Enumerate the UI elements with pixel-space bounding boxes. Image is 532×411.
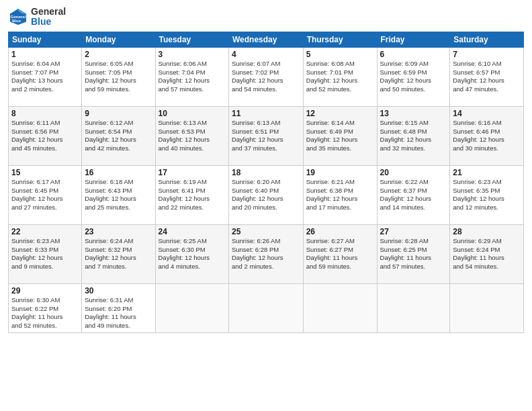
calendar-cell: 17Sunrise: 6:19 AM Sunset: 6:41 PM Dayli… <box>155 165 228 224</box>
calendar-cell: 20Sunrise: 6:22 AM Sunset: 6:37 PM Dayli… <box>377 165 450 224</box>
calendar-cell <box>303 283 377 332</box>
day-info: Sunrise: 6:14 AM Sunset: 6:49 PM Dayligh… <box>306 119 374 153</box>
day-info: Sunrise: 6:12 AM Sunset: 6:54 PM Dayligh… <box>85 119 152 153</box>
day-info: Sunrise: 6:08 AM Sunset: 7:01 PM Dayligh… <box>306 60 374 94</box>
logo-text-general: General <box>31 7 66 17</box>
calendar-cell <box>228 283 303 332</box>
calendar-header-row: Sunday Monday Tuesday Wednesday Thursday… <box>9 32 524 47</box>
day-info: Sunrise: 6:21 AM Sunset: 6:38 PM Dayligh… <box>306 178 374 212</box>
day-number: 9 <box>85 109 152 118</box>
day-info: Sunrise: 6:11 AM Sunset: 6:56 PM Dayligh… <box>11 119 79 153</box>
day-number: 2 <box>85 50 152 59</box>
calendar-cell: 23Sunrise: 6:24 AM Sunset: 6:32 PM Dayli… <box>82 224 155 283</box>
page: General Blue General Blue Sunday Monday … <box>0 0 532 411</box>
col-saturday: Saturday <box>450 32 524 47</box>
col-tuesday: Tuesday <box>155 32 228 47</box>
day-info: Sunrise: 6:19 AM Sunset: 6:41 PM Dayligh… <box>159 178 226 212</box>
day-info: Sunrise: 6:13 AM Sunset: 6:53 PM Dayligh… <box>159 119 226 153</box>
calendar-cell: 9Sunrise: 6:12 AM Sunset: 6:54 PM Daylig… <box>82 106 155 165</box>
calendar-cell: 30Sunrise: 6:31 AM Sunset: 6:20 PM Dayli… <box>82 283 155 332</box>
day-number: 25 <box>232 227 300 236</box>
calendar-cell: 13Sunrise: 6:15 AM Sunset: 6:48 PM Dayli… <box>377 106 450 165</box>
day-info: Sunrise: 6:23 AM Sunset: 6:33 PM Dayligh… <box>11 237 79 271</box>
day-info: Sunrise: 6:24 AM Sunset: 6:32 PM Dayligh… <box>85 237 152 271</box>
logo: General Blue General Blue <box>8 7 66 28</box>
day-info: Sunrise: 6:22 AM Sunset: 6:37 PM Dayligh… <box>380 178 447 212</box>
calendar-cell: 24Sunrise: 6:25 AM Sunset: 6:30 PM Dayli… <box>155 224 228 283</box>
day-info: Sunrise: 6:05 AM Sunset: 7:05 PM Dayligh… <box>85 60 152 94</box>
day-number: 3 <box>159 50 226 59</box>
day-number: 18 <box>232 168 300 177</box>
calendar-cell: 22Sunrise: 6:23 AM Sunset: 6:33 PM Dayli… <box>9 224 82 283</box>
day-number: 11 <box>232 109 300 118</box>
day-info: Sunrise: 6:29 AM Sunset: 6:24 PM Dayligh… <box>453 237 521 271</box>
col-monday: Monday <box>82 32 155 47</box>
calendar-table: Sunday Monday Tuesday Wednesday Thursday… <box>8 32 524 333</box>
day-number: 21 <box>453 168 521 177</box>
day-number: 27 <box>380 227 447 236</box>
col-sunday: Sunday <box>9 32 82 47</box>
day-number: 29 <box>11 286 79 295</box>
day-info: Sunrise: 6:26 AM Sunset: 6:28 PM Dayligh… <box>232 237 300 271</box>
day-info: Sunrise: 6:20 AM Sunset: 6:40 PM Dayligh… <box>232 178 300 212</box>
calendar-cell: 19Sunrise: 6:21 AM Sunset: 6:38 PM Dayli… <box>303 165 377 224</box>
day-info: Sunrise: 6:07 AM Sunset: 7:02 PM Dayligh… <box>232 60 300 94</box>
day-info: Sunrise: 6:31 AM Sunset: 6:20 PM Dayligh… <box>85 296 152 330</box>
day-number: 23 <box>85 227 152 236</box>
calendar-cell: 5Sunrise: 6:08 AM Sunset: 7:01 PM Daylig… <box>303 47 377 106</box>
day-number: 14 <box>453 109 521 118</box>
calendar-cell: 8Sunrise: 6:11 AM Sunset: 6:56 PM Daylig… <box>9 106 82 165</box>
calendar-cell: 7Sunrise: 6:10 AM Sunset: 6:57 PM Daylig… <box>450 47 524 106</box>
day-info: Sunrise: 6:30 AM Sunset: 6:22 PM Dayligh… <box>11 296 79 330</box>
calendar-cell: 11Sunrise: 6:13 AM Sunset: 6:51 PM Dayli… <box>228 106 303 165</box>
calendar-cell: 2Sunrise: 6:05 AM Sunset: 7:05 PM Daylig… <box>82 47 155 106</box>
day-number: 5 <box>306 50 374 59</box>
calendar-cell: 12Sunrise: 6:14 AM Sunset: 6:49 PM Dayli… <box>303 106 377 165</box>
day-number: 17 <box>159 168 226 177</box>
col-thursday: Thursday <box>303 32 377 47</box>
day-number: 6 <box>380 50 447 59</box>
calendar-cell: 16Sunrise: 6:18 AM Sunset: 6:43 PM Dayli… <box>82 165 155 224</box>
day-number: 22 <box>11 227 79 236</box>
day-number: 15 <box>11 168 79 177</box>
day-number: 24 <box>159 227 226 236</box>
calendar-cell: 26Sunrise: 6:27 AM Sunset: 6:27 PM Dayli… <box>303 224 377 283</box>
day-number: 20 <box>380 168 447 177</box>
svg-text:General: General <box>11 15 26 19</box>
calendar-cell: 28Sunrise: 6:29 AM Sunset: 6:24 PM Dayli… <box>450 224 524 283</box>
day-number: 19 <box>306 168 374 177</box>
day-info: Sunrise: 6:15 AM Sunset: 6:48 PM Dayligh… <box>380 119 447 153</box>
calendar-cell: 27Sunrise: 6:28 AM Sunset: 6:25 PM Dayli… <box>377 224 450 283</box>
day-number: 30 <box>85 286 152 295</box>
day-number: 1 <box>11 50 79 59</box>
day-number: 13 <box>380 109 447 118</box>
day-info: Sunrise: 6:23 AM Sunset: 6:35 PM Dayligh… <box>453 178 521 212</box>
day-info: Sunrise: 6:28 AM Sunset: 6:25 PM Dayligh… <box>380 237 447 271</box>
day-number: 7 <box>453 50 521 59</box>
calendar-cell: 4Sunrise: 6:07 AM Sunset: 7:02 PM Daylig… <box>228 47 303 106</box>
day-info: Sunrise: 6:18 AM Sunset: 6:43 PM Dayligh… <box>85 178 152 212</box>
logo-icon: General Blue <box>8 7 28 27</box>
day-number: 8 <box>11 109 79 118</box>
col-wednesday: Wednesday <box>228 32 303 47</box>
logo-text-blue: Blue <box>31 17 66 27</box>
day-info: Sunrise: 6:06 AM Sunset: 7:04 PM Dayligh… <box>159 60 226 94</box>
day-info: Sunrise: 6:10 AM Sunset: 6:57 PM Dayligh… <box>453 60 521 94</box>
day-number: 10 <box>159 109 226 118</box>
calendar-cell: 29Sunrise: 6:30 AM Sunset: 6:22 PM Dayli… <box>9 283 82 332</box>
day-info: Sunrise: 6:25 AM Sunset: 6:30 PM Dayligh… <box>159 237 226 271</box>
calendar-cell: 15Sunrise: 6:17 AM Sunset: 6:45 PM Dayli… <box>9 165 82 224</box>
day-info: Sunrise: 6:16 AM Sunset: 6:46 PM Dayligh… <box>453 119 521 153</box>
day-info: Sunrise: 6:27 AM Sunset: 6:27 PM Dayligh… <box>306 237 374 271</box>
calendar-cell: 18Sunrise: 6:20 AM Sunset: 6:40 PM Dayli… <box>228 165 303 224</box>
calendar-cell <box>377 283 450 332</box>
calendar-cell: 3Sunrise: 6:06 AM Sunset: 7:04 PM Daylig… <box>155 47 228 106</box>
calendar-cell <box>450 283 524 332</box>
calendar-cell: 1Sunrise: 6:04 AM Sunset: 7:07 PM Daylig… <box>9 47 82 106</box>
header: General Blue General Blue <box>8 7 524 28</box>
day-number: 26 <box>306 227 374 236</box>
day-number: 4 <box>232 50 300 59</box>
col-friday: Friday <box>377 32 450 47</box>
day-info: Sunrise: 6:09 AM Sunset: 6:59 PM Dayligh… <box>380 60 447 94</box>
day-number: 28 <box>453 227 521 236</box>
